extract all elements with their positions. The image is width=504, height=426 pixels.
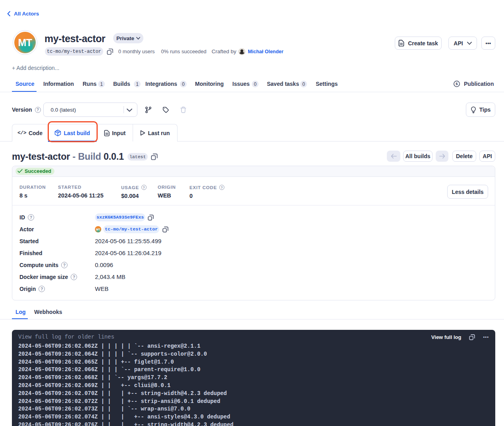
svg-text:$: $ xyxy=(456,81,458,86)
